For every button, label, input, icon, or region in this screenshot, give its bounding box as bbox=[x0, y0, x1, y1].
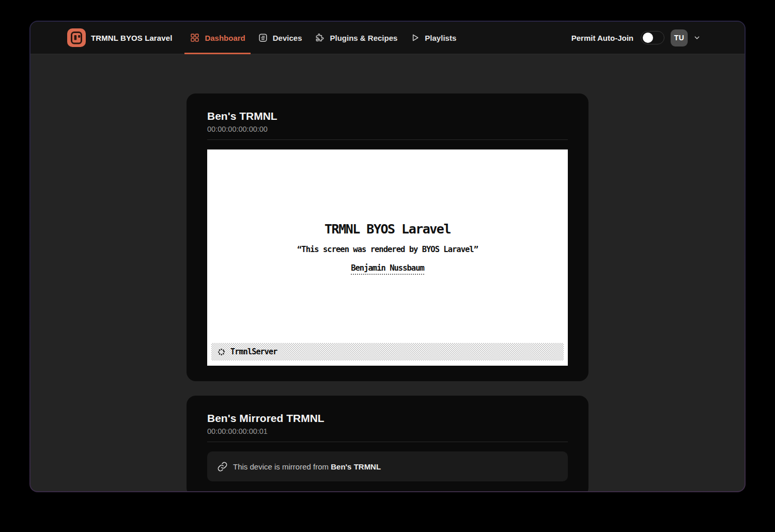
screen-title: TRMNL BYOS Laravel bbox=[207, 222, 568, 237]
nav-label: Devices bbox=[273, 34, 302, 42]
screen-author-link: Benjamin Nussbaum bbox=[351, 263, 424, 275]
screen-status-bar: TrmnlServer bbox=[211, 343, 564, 361]
trmnl-device-icon bbox=[67, 28, 86, 47]
chevron-down-icon[interactable] bbox=[693, 34, 701, 42]
device-name: Ben's TRMNL bbox=[207, 110, 568, 122]
mirror-notice-prefix: This device is mirrored from bbox=[233, 462, 331, 471]
screen-status-label: TrmnlServer bbox=[230, 347, 277, 356]
play-icon bbox=[410, 33, 420, 43]
nav-item-devices[interactable]: Devices bbox=[253, 22, 307, 54]
link-icon bbox=[217, 461, 228, 472]
mirror-source-device: Ben's TRMNL bbox=[331, 462, 381, 471]
nav-label: Playlists bbox=[425, 34, 456, 42]
mirror-notice-text: This device is mirrored from Ben's TRMNL bbox=[233, 462, 381, 471]
nav-label: Plugins & Recipes bbox=[330, 34, 397, 42]
device-card-bens-trmnl: Ben's TRMNL 00:00:00:00:00:00 TRMNL BYOS… bbox=[187, 93, 588, 381]
permit-auto-join-label: Permit Auto-Join bbox=[571, 34, 633, 42]
nav-item-plugins-recipes[interactable]: Plugins & Recipes bbox=[309, 22, 402, 54]
app-window: TRMNL BYOS Laravel Dashboard bbox=[30, 22, 745, 491]
brand-title: TRMNL BYOS Laravel bbox=[91, 34, 172, 42]
card-divider bbox=[207, 442, 568, 442]
puzzle-piece-icon bbox=[314, 33, 325, 43]
device-mac-address: 00:00:00:00:00:00 bbox=[207, 124, 568, 134]
dashboard-content: Ben's TRMNL 00:00:00:00:00:00 TRMNL BYOS… bbox=[30, 54, 745, 491]
toggle-knob bbox=[643, 33, 653, 43]
spinner-icon bbox=[217, 348, 226, 356]
device-name: Ben's Mirrored TRMNL bbox=[207, 412, 568, 425]
brand-link[interactable]: TRMNL BYOS Laravel bbox=[67, 28, 172, 47]
device-screen-preview: TRMNL BYOS Laravel “This screen was rend… bbox=[207, 149, 568, 366]
main-nav: Dashboard Devices bbox=[182, 22, 461, 54]
devices-list-icon bbox=[258, 33, 268, 43]
user-avatar[interactable]: TU bbox=[671, 29, 688, 46]
nav-item-playlists[interactable]: Playlists bbox=[405, 22, 461, 54]
nav-item-dashboard[interactable]: Dashboard bbox=[184, 22, 250, 54]
dashboard-grid-icon bbox=[190, 33, 200, 43]
trmnl-logo bbox=[67, 28, 86, 47]
device-mac-address: 00:00:00:00:00:01 bbox=[207, 426, 568, 436]
card-divider bbox=[207, 139, 568, 140]
top-navbar: TRMNL BYOS Laravel Dashboard bbox=[30, 22, 745, 54]
device-card-bens-mirrored-trmnl: Ben's Mirrored TRMNL 00:00:00:00:00:01 T… bbox=[187, 396, 588, 491]
mirror-notice: This device is mirrored from Ben's TRMNL bbox=[207, 451, 568, 481]
screen-quote: “This screen was rendered by BYOS Larave… bbox=[207, 244, 568, 255]
nav-label: Dashboard bbox=[205, 34, 245, 42]
app-window-frame: TRMNL BYOS Laravel Dashboard bbox=[29, 21, 746, 492]
permit-auto-join-toggle[interactable] bbox=[641, 31, 664, 44]
